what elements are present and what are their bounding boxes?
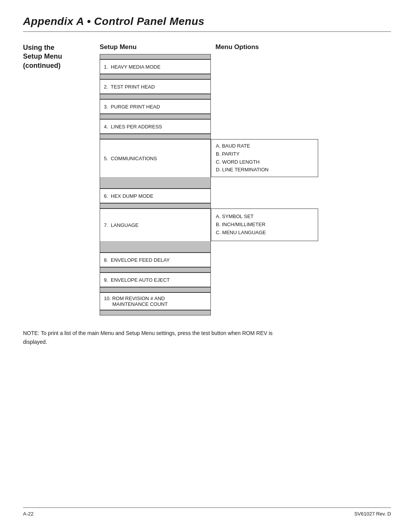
sidebar-heading: Using the Setup Menu (continued) — [23, 43, 100, 70]
item-1-label: 1. HEAVY MEDIA MODE — [100, 59, 211, 74]
menu-item-5-gray-ext — [100, 177, 391, 189]
menu-item-8-label-row: 8. ENVELOPE FEED DELAY — [100, 253, 391, 267]
menu-item-10-label-row: 10. ROM REVISION # AND MAINTENANCE COUNT — [100, 292, 391, 310]
page-footer: A-22 SV61027 Rev. D — [23, 507, 391, 517]
item-8-label: 8. ENVELOPE FEED DELAY — [100, 253, 211, 267]
item-7-label: 7. LANGUAGE — [100, 209, 211, 241]
item-3-options — [211, 99, 318, 114]
item-9-label: 9. ENVELOPE AUTO EJECT — [100, 273, 211, 287]
item-5-option-b: B. PARITY — [216, 150, 240, 158]
item-5-option-c: C. WORD LENGTH — [216, 158, 260, 166]
menu-item-6-label-row: 6. HEX DUMP MODE — [100, 189, 391, 203]
menu-item-10-spacer — [100, 310, 391, 315]
item-1-spacer — [100, 54, 211, 59]
menu-item-2-spacer — [100, 74, 391, 79]
menu-item-4-label-row: 4. LINES PER ADDRESS — [100, 119, 391, 134]
menu-item-7-gray-ext — [100, 241, 391, 253]
main-content: Setup Menu Menu Options 1. HEAVY MEDIA M… — [100, 43, 391, 315]
item-2-label: 2. TEST PRINT HEAD — [100, 79, 211, 94]
menu-item-3-label-row: 3. PURGE PRINT HEAD — [100, 99, 391, 114]
item-4-label: 4. LINES PER ADDRESS — [100, 119, 211, 134]
item-5-option-d: D. LINE TERMINATION — [216, 166, 268, 174]
menu-item-9-spacer — [100, 287, 391, 292]
menu-item-4-spacer — [100, 114, 391, 119]
item-7-options: A. SYMBOL SET B. INCH/MILLIMETER C. MENU… — [211, 209, 318, 241]
menu-item-1-label-row: 1. HEAVY MEDIA MODE — [100, 59, 391, 74]
item-3-label: 3. PURGE PRINT HEAD — [100, 99, 211, 114]
note-text: NOTE: To print a list of the main Menu a… — [23, 329, 291, 346]
footer-left: A-22 — [23, 511, 33, 517]
item-7-option-a: A. SYMBOL SET — [216, 213, 254, 221]
content-area: Using the Setup Menu (continued) Setup M… — [23, 43, 391, 315]
item-5-spacer — [100, 134, 211, 139]
item-6-options — [211, 189, 318, 203]
item-7-option-b: B. INCH/MILLIMETER — [216, 221, 265, 229]
item-9-spacer — [100, 287, 211, 292]
item-1-options — [211, 59, 318, 74]
item-7-gray — [100, 241, 211, 253]
item-10-label: 10. ROM REVISION # AND MAINTENANCE COUNT — [100, 292, 211, 310]
item-8-spacer — [100, 267, 211, 273]
menu-item-1 — [100, 54, 391, 59]
item-4-spacer — [100, 114, 211, 119]
page-title: Appendix A • Control Panel Menus — [23, 15, 391, 28]
menu-item-5-spacer — [100, 134, 391, 139]
column-headers: Setup Menu Menu Options — [100, 43, 391, 51]
menu-item-3-spacer — [100, 94, 391, 99]
menu-options-header: Menu Options — [211, 43, 391, 51]
menu-item-9-label-row: 9. ENVELOPE AUTO EJECT — [100, 273, 391, 287]
menu-item-7-label-row: 7. LANGUAGE A. SYMBOL SET B. INCH/MILLIM… — [100, 209, 391, 241]
item-5-options: A. BAUD RATE B. PARITY C. WORD LENGTH D.… — [211, 139, 318, 177]
item-5-gray — [100, 177, 211, 189]
menu-item-6-spacer — [100, 203, 391, 209]
footer-right: SV61027 Rev. D — [354, 511, 391, 517]
item-6-label: 6. HEX DUMP MODE — [100, 189, 211, 203]
menu-item-5-label-row: 5. COMMUNICATIONS A. BAUD RATE B. PARITY… — [100, 139, 391, 177]
item-5-option-a: A. BAUD RATE — [216, 142, 250, 150]
item-10-spacer — [100, 310, 211, 315]
title-divider — [23, 31, 391, 32]
item-2-options — [211, 79, 318, 94]
item-2-spacer — [100, 74, 211, 79]
menu-item-8-spacer — [100, 267, 391, 273]
sidebar: Using the Setup Menu (continued) — [23, 43, 100, 315]
item-6-spacer — [100, 203, 211, 209]
item-4-options — [211, 119, 318, 134]
item-8-options — [211, 253, 318, 267]
item-7-option-c: C. MENU LANGUAGE — [216, 229, 266, 237]
menu-item-2-label-row: 2. TEST PRINT HEAD — [100, 79, 391, 94]
item-9-options — [211, 273, 318, 287]
item-3-spacer — [100, 94, 211, 99]
item-10-options — [211, 292, 318, 310]
setup-menu-header: Setup Menu — [100, 43, 211, 51]
item-5-label: 5. COMMUNICATIONS — [100, 139, 211, 177]
